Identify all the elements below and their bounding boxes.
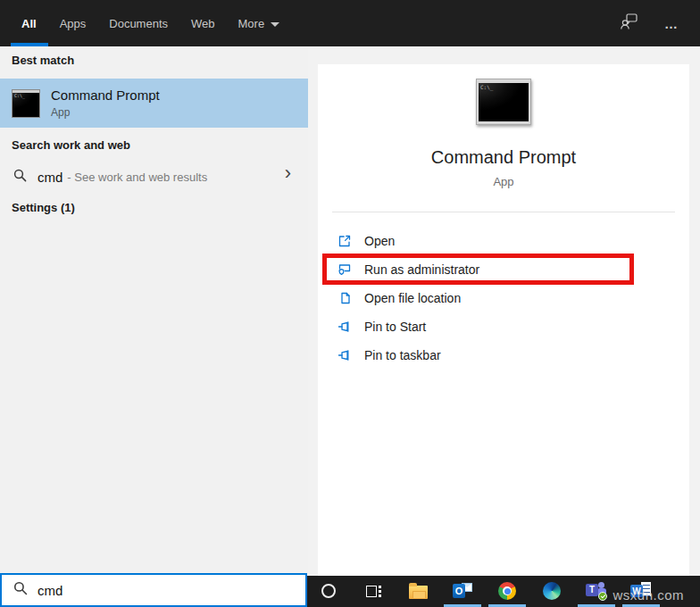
- chevron-down-icon: [271, 22, 279, 27]
- settings-header: Settings (1): [12, 201, 75, 214]
- search-results-panel: Best match C:\_ Command Prompt App Searc…: [0, 46, 308, 573]
- teams-icon[interactable]: T: [586, 580, 607, 602]
- action-pin-to-taskbar[interactable]: Pin to taskbar: [318, 341, 689, 370]
- action-open[interactable]: Open: [318, 227, 689, 255]
- tab-web[interactable]: Web: [191, 0, 215, 46]
- tab-documents-label: Documents: [109, 17, 168, 30]
- web-result-detail: - See work and web results: [67, 170, 207, 184]
- run-as-administrator-icon: [338, 262, 352, 277]
- topbar-right: …: [620, 0, 700, 46]
- filter-tabs: All Apps Documents Web More: [21, 0, 279, 46]
- more-options-icon[interactable]: …: [664, 16, 680, 31]
- file-explorer-icon[interactable]: [407, 580, 429, 602]
- app-detail-panel: C:\_ Command Prompt App Open: [318, 64, 689, 576]
- app-type-label: App: [318, 175, 689, 188]
- tab-more-label: More: [238, 17, 265, 30]
- search-input[interactable]: [38, 583, 279, 598]
- app-actions-list: Open Run as administrator: [318, 227, 689, 370]
- pin-icon: [338, 320, 352, 334]
- best-match-result[interactable]: C:\_ Command Prompt App: [0, 79, 308, 128]
- action-open-file-location[interactable]: Open file location: [318, 284, 689, 312]
- edge-icon[interactable]: [541, 580, 562, 602]
- tab-more[interactable]: More: [238, 0, 280, 46]
- divider: [332, 212, 675, 212]
- search-web-header: Search work and web: [12, 138, 130, 152]
- chevron-right-icon: ›: [285, 162, 291, 185]
- action-pin-to-start[interactable]: Pin to Start: [318, 312, 689, 341]
- feedback-icon[interactable]: [620, 12, 639, 35]
- tab-all[interactable]: All: [21, 0, 37, 46]
- action-open-label: Open: [364, 234, 395, 248]
- best-match-header: Best match: [12, 54, 74, 67]
- cortana-icon[interactable]: [318, 580, 339, 602]
- best-match-subtitle: App: [51, 106, 160, 119]
- chrome-icon[interactable]: [496, 580, 518, 602]
- tab-apps-label: Apps: [60, 17, 87, 30]
- tab-documents[interactable]: Documents: [109, 0, 168, 46]
- action-run-as-administrator[interactable]: Run as administrator: [318, 255, 689, 284]
- windows-search-screen: All Apps Documents Web More: [0, 0, 700, 607]
- tab-apps[interactable]: Apps: [60, 0, 87, 46]
- action-open-file-location-label: Open file location: [364, 291, 461, 305]
- active-tab-underline: [11, 43, 48, 46]
- web-result-query: cmd: [38, 170, 62, 185]
- open-icon: [338, 234, 352, 248]
- open-file-location-icon: [338, 291, 352, 305]
- task-view-icon[interactable]: [362, 580, 384, 602]
- pin-icon: [338, 348, 352, 362]
- command-prompt-icon: C:\_: [12, 89, 40, 118]
- search-icon: [12, 168, 28, 187]
- app-name: Command Prompt: [318, 147, 689, 168]
- best-match-text: Command Prompt App: [51, 87, 160, 119]
- best-match-title: Command Prompt: [51, 87, 160, 103]
- tab-all-label: All: [21, 17, 37, 30]
- taskbar: O T W wsxdn.com: [307, 576, 700, 607]
- action-run-as-administrator-label: Run as administrator: [364, 262, 479, 277]
- taskbar-search-box: [0, 573, 307, 607]
- search-filter-bar: All Apps Documents Web More: [0, 0, 700, 46]
- action-pin-to-taskbar-label: Pin to taskbar: [364, 348, 441, 362]
- watermark-text: wsxdn.com: [612, 587, 684, 603]
- outlook-icon[interactable]: O: [452, 580, 473, 602]
- action-pin-to-start-label: Pin to Start: [364, 320, 426, 334]
- tab-web-label: Web: [191, 17, 215, 30]
- web-search-result[interactable]: cmd - See work and web results ›: [0, 161, 308, 193]
- search-icon: [12, 580, 29, 600]
- command-prompt-icon-large: C:\_: [476, 79, 531, 125]
